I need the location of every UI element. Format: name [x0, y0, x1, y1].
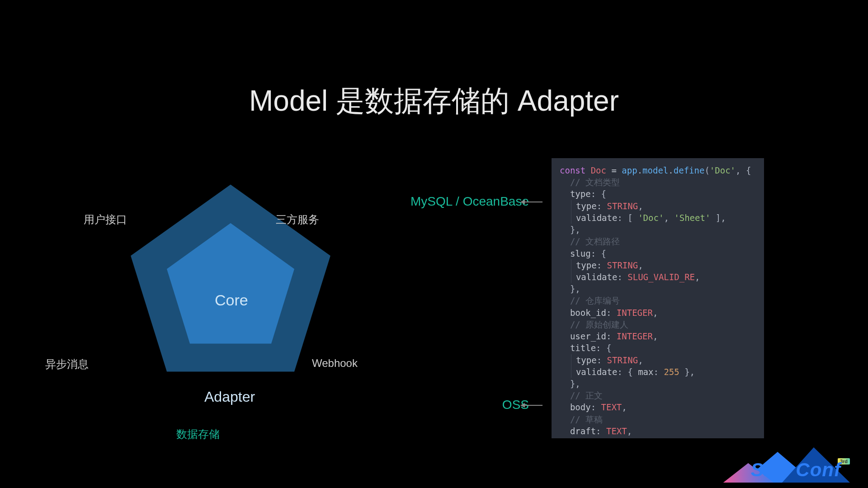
arrow-icon: [521, 405, 542, 406]
label-data-storage: 数据存储: [176, 427, 220, 441]
arrow-icon: [521, 202, 542, 202]
conference-logo: 3rd SEE Conf: [723, 443, 850, 483]
label-webhook: Webhook: [312, 357, 358, 370]
code-sample: const Doc = app.model.define('Doc', { //…: [552, 158, 764, 438]
svg-marker-1: [167, 223, 294, 344]
label-user-interface: 用户接口: [84, 212, 127, 227]
pentagon-inner: [163, 219, 298, 350]
adapter-label: Adapter: [204, 389, 255, 405]
architecture-diagram: Core Adapter 用户接口 三方服务 异步消息 Webhook 数据存储: [54, 167, 371, 438]
label-third-party: 三方服务: [276, 212, 319, 227]
pointer-mysql: MySQL / OceanBase: [410, 194, 529, 209]
core-label: Core: [215, 291, 248, 309]
slide-title: Model 是数据存储的 Adapter: [0, 81, 868, 121]
label-async-msg: 异步消息: [45, 357, 89, 371]
logo-text: SEE Conf: [751, 459, 841, 481]
